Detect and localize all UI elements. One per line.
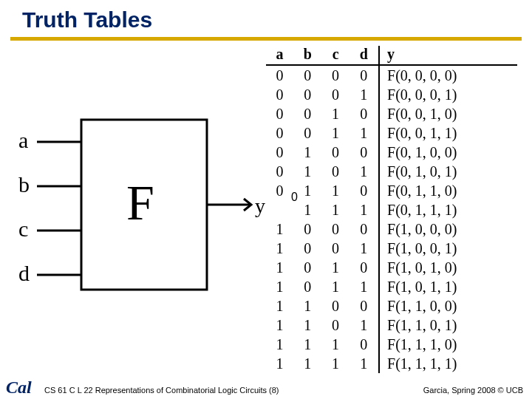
cell-d: 1 bbox=[349, 162, 379, 181]
table-row: 1001F(1, 0, 0, 1) bbox=[266, 239, 517, 258]
cell-c: 1 bbox=[322, 335, 349, 354]
overlay-zero: 0 bbox=[291, 191, 298, 204]
input-b-label: b bbox=[18, 172, 30, 197]
slide-title: Truth Tables bbox=[22, 7, 152, 33]
cell-c: 1 bbox=[322, 354, 349, 373]
cell-c: 0 bbox=[322, 296, 349, 316]
cell-y: F(1, 0, 1, 1) bbox=[379, 277, 517, 296]
table-row: 1101F(1, 1, 0, 1) bbox=[266, 316, 517, 335]
cell-d: 0 bbox=[349, 181, 379, 200]
cell-c: 0 bbox=[322, 143, 349, 162]
table-row: 1011F(1, 0, 1, 1) bbox=[266, 277, 517, 296]
cell-b: 1 bbox=[293, 316, 322, 335]
output-y-label: y bbox=[255, 194, 265, 217]
cell-y: F(1, 1, 1, 1) bbox=[379, 354, 517, 373]
cell-b: 0 bbox=[293, 85, 322, 104]
input-c-label: c bbox=[18, 216, 28, 241]
cell-y: F(0, 1, 1, 0) bbox=[379, 181, 517, 200]
cell-b: 0 bbox=[293, 65, 322, 85]
table-row: 0000F(0, 0, 0, 0) bbox=[266, 65, 517, 85]
table-row: 1111F(1, 1, 1, 1) bbox=[266, 354, 517, 373]
cell-b: 0 bbox=[293, 258, 322, 277]
cell-d: 0 bbox=[349, 104, 379, 123]
circuit-diagram: F a b c d y bbox=[0, 90, 266, 334]
input-d-label: d bbox=[18, 261, 30, 285]
cell-d: 1 bbox=[349, 239, 379, 258]
cell-d: 0 bbox=[349, 65, 379, 85]
cell-y: F(1, 1, 0, 0) bbox=[379, 296, 517, 316]
col-c: c bbox=[322, 46, 349, 65]
cell-a: 1 bbox=[266, 335, 293, 354]
cell-a: 0 bbox=[266, 104, 293, 123]
table-row: 0011F(0, 0, 1, 1) bbox=[266, 123, 517, 143]
cell-c: 1 bbox=[322, 104, 349, 123]
cell-a: 1 bbox=[266, 316, 293, 335]
cell-a: 1 bbox=[266, 277, 293, 296]
title-rule bbox=[10, 37, 522, 41]
cell-a: 0 bbox=[266, 123, 293, 143]
cell-d: 0 bbox=[349, 296, 379, 316]
box-label: F bbox=[126, 174, 154, 231]
table-row: 1000F(1, 0, 0, 0) bbox=[266, 219, 517, 239]
cell-a: 0 bbox=[266, 143, 293, 162]
cell-y: F(1, 0, 1, 0) bbox=[379, 258, 517, 277]
cell-y: F(0, 0, 0, 1) bbox=[379, 85, 517, 104]
footer-left: CS 61 C L 22 Representations of Combinat… bbox=[44, 386, 279, 395]
cell-c: 0 bbox=[322, 65, 349, 85]
cell-a: 0 bbox=[266, 181, 293, 200]
cell-y: F(1, 0, 0, 1) bbox=[379, 239, 517, 258]
cell-d: 0 bbox=[349, 219, 379, 239]
cell-a: 0 bbox=[266, 85, 293, 104]
cell-y: F(0, 1, 0, 1) bbox=[379, 162, 517, 181]
cell-b: 0 bbox=[293, 219, 322, 239]
content-area: F a b c d y a b c d y bbox=[0, 46, 532, 373]
cell-b: 1 bbox=[293, 162, 322, 181]
cell-y: F(0, 1, 1, 1) bbox=[379, 200, 517, 219]
cell-b: 1 bbox=[293, 335, 322, 354]
cell-c: 1 bbox=[322, 200, 349, 219]
cell-c: 1 bbox=[322, 277, 349, 296]
cell-c: 0 bbox=[322, 219, 349, 239]
table-row: 1110F(1, 1, 1, 0) bbox=[266, 335, 517, 354]
cell-b: 1 bbox=[293, 354, 322, 373]
cell-d: 0 bbox=[349, 258, 379, 277]
logo-text: Cal bbox=[6, 378, 32, 397]
cell-a: 1 bbox=[266, 239, 293, 258]
cell-y: F(0, 1, 0, 0) bbox=[379, 143, 517, 162]
cell-c: 1 bbox=[322, 123, 349, 143]
cell-b: 0 bbox=[293, 277, 322, 296]
cell-b: 0 bbox=[293, 123, 322, 143]
cell-a: 0 bbox=[266, 162, 293, 181]
cell-c: 1 bbox=[322, 181, 349, 200]
cell-c: 1 bbox=[322, 258, 349, 277]
col-b: b bbox=[293, 46, 322, 65]
footer: CS 61 C L 22 Representations of Combinat… bbox=[44, 380, 523, 395]
cell-a: 1 bbox=[266, 296, 293, 316]
cell-a: 0 bbox=[266, 65, 293, 85]
cell-y: F(1, 1, 1, 0) bbox=[379, 335, 517, 354]
cell-d: 0 bbox=[349, 143, 379, 162]
table-row: 0010F(0, 0, 1, 0) bbox=[266, 104, 517, 123]
cal-logo: Cal bbox=[4, 375, 40, 398]
truth-table-wrap: a b c d y 0000F(0, 0, 0, 0)0001F(0, 0, 0… bbox=[266, 46, 517, 373]
truth-table: a b c d y 0000F(0, 0, 0, 0)0001F(0, 0, 0… bbox=[266, 46, 517, 373]
cell-d: 1 bbox=[349, 316, 379, 335]
table-row: 0111F(0, 1, 1, 1) bbox=[266, 200, 517, 219]
cell-d: 1 bbox=[349, 277, 379, 296]
input-a-label: a bbox=[18, 128, 28, 152]
table-row: 0001F(0, 0, 0, 1) bbox=[266, 85, 517, 104]
cell-y: F(1, 0, 0, 0) bbox=[379, 219, 517, 239]
footer-right: Garcia, Spring 2008 © UCB bbox=[423, 386, 523, 395]
cell-c: 0 bbox=[322, 162, 349, 181]
table-row: 0101F(0, 1, 0, 1) bbox=[266, 162, 517, 181]
table-header-row: a b c d y bbox=[266, 46, 517, 65]
cell-a: 1 bbox=[266, 219, 293, 239]
cell-b: 1 bbox=[293, 143, 322, 162]
cell-c: 0 bbox=[322, 316, 349, 335]
table-row: 1010F(1, 0, 1, 0) bbox=[266, 258, 517, 277]
cell-b: 1 bbox=[293, 296, 322, 316]
cell-d: 1 bbox=[349, 123, 379, 143]
cell-d: 0 bbox=[349, 335, 379, 354]
cell-c: 0 bbox=[322, 239, 349, 258]
col-y: y bbox=[379, 46, 517, 65]
